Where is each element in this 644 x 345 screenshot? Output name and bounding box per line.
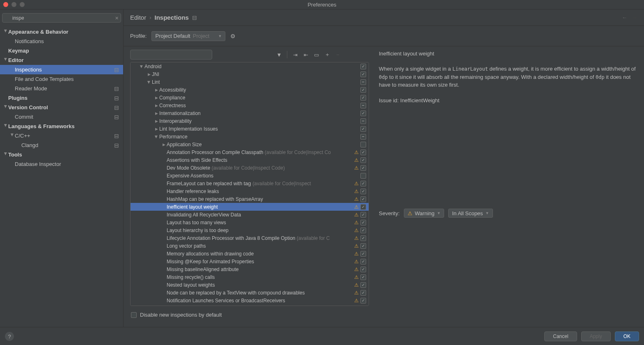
inspection-row[interactable]: Lifecycle Annotation Processor with Java… xyxy=(131,234,369,242)
inspection-checkbox[interactable] xyxy=(360,87,366,93)
inspection-checkbox[interactable] xyxy=(360,228,366,233)
inspection-checkbox[interactable] xyxy=(360,290,366,296)
scope-select[interactable]: In All Scopes ▼ xyxy=(448,209,493,218)
sidebar-item-reader-mode[interactable]: Reader Mode⊟ xyxy=(0,84,123,93)
sidebar-item-editor[interactable]: ▶Editor xyxy=(0,55,123,65)
inspection-checkbox[interactable] xyxy=(360,118,366,124)
inspection-checkbox[interactable] xyxy=(360,298,366,304)
cancel-button[interactable]: Cancel xyxy=(544,331,577,341)
inspection-checkbox[interactable] xyxy=(360,181,366,186)
inspection-checkbox[interactable] xyxy=(360,71,366,77)
inspection-row[interactable]: Layout hierarchy is too deep⚠ xyxy=(131,226,369,234)
inspection-row[interactable]: Missing recycle() calls⚠ xyxy=(131,273,369,281)
sidebar-item-notifications[interactable]: Notifications xyxy=(0,37,123,46)
inspection-row[interactable]: Annotation Processor on Compile Classpat… xyxy=(131,148,369,156)
sidebar-item-clangd[interactable]: Clangd⊟ xyxy=(0,140,123,150)
severity-select[interactable]: ⚠ Warning ▼ xyxy=(404,209,445,218)
inspection-row[interactable]: FrameLayout can be replaced with tag (av… xyxy=(131,179,369,187)
inspection-row[interactable]: Layout has too many views⚠ xyxy=(131,218,369,226)
inspection-row[interactable]: ▶JNI xyxy=(131,70,369,78)
inspection-checkbox[interactable] xyxy=(360,282,366,288)
clear-search-icon[interactable]: ✕ xyxy=(115,15,119,21)
inspection-checkbox[interactable] xyxy=(360,110,366,116)
remove-icon[interactable]: − xyxy=(333,50,342,59)
inspection-row[interactable]: ▶Accessibility xyxy=(131,86,369,94)
inspection-checkbox[interactable] xyxy=(360,220,366,225)
inspection-row[interactable]: ▶Android xyxy=(131,62,369,70)
tree-view-icon[interactable]: ▭ xyxy=(312,50,321,59)
inspection-row[interactable]: Invalidating All RecyclerView Data⚠ xyxy=(131,211,369,218)
inspection-row[interactable]: ▶Performance xyxy=(131,133,369,140)
expand-all-icon[interactable]: ⇥ xyxy=(291,50,300,59)
inspection-checkbox[interactable] xyxy=(360,267,366,272)
apply-button[interactable]: Apply xyxy=(581,331,611,341)
collapse-all-icon[interactable]: ⇤ xyxy=(301,50,310,59)
inspection-checkbox[interactable] xyxy=(360,150,366,155)
inspection-row[interactable]: Missing @Keep for Animated Properties⚠ xyxy=(131,258,369,265)
inspection-row[interactable]: ▶Application Size xyxy=(131,140,369,148)
inspection-checkbox[interactable] xyxy=(360,235,366,241)
sidebar-item-c-c-[interactable]: ▶C/C++⊟ xyxy=(0,131,123,140)
inspection-row[interactable]: Notification Launches Services or Broadc… xyxy=(131,297,369,304)
sidebar-item-plugins[interactable]: Plugins⊟ xyxy=(0,93,123,103)
inspection-checkbox[interactable] xyxy=(360,251,366,257)
gear-icon[interactable]: ⚙ xyxy=(230,33,236,39)
inspection-checkbox[interactable] xyxy=(360,126,366,132)
inspection-row[interactable]: ▶Compliance xyxy=(131,94,369,101)
inspection-row[interactable]: ▶Lint xyxy=(131,78,369,86)
close-window-button[interactable] xyxy=(3,2,8,7)
ok-button[interactable]: OK xyxy=(615,331,639,341)
sidebar-item-tools[interactable]: ▶Tools xyxy=(0,150,123,159)
inspection-row[interactable]: ▶Interoperability xyxy=(131,117,369,125)
inspection-checkbox[interactable] xyxy=(360,259,366,264)
help-icon[interactable]: ? xyxy=(5,332,14,341)
inspection-checkbox[interactable] xyxy=(360,196,366,202)
filter-icon[interactable]: ▼ xyxy=(275,50,284,59)
inspection-row[interactable]: Inefficient layout weight⚠ xyxy=(131,203,369,211)
nav-forward-icon[interactable]: → xyxy=(632,14,637,21)
add-icon[interactable]: ＋ xyxy=(323,50,332,59)
inspection-checkbox[interactable] xyxy=(360,274,366,280)
nav-back-icon[interactable]: ← xyxy=(622,14,627,21)
inspection-checkbox[interactable] xyxy=(360,165,366,171)
minimize-window-button[interactable] xyxy=(11,2,16,7)
inspection-row[interactable]: Expensive Assertions xyxy=(131,172,369,179)
inspection-row[interactable]: Long vector paths⚠ xyxy=(131,242,369,250)
sidebar-item-appearance-behavior[interactable]: ▶Appearance & Behavior xyxy=(0,27,123,37)
inspection-checkbox[interactable] xyxy=(360,142,366,147)
sidebar-item-database-inspector[interactable]: Database Inspector xyxy=(0,159,123,169)
inspection-checkbox[interactable] xyxy=(360,243,366,249)
inspection-row[interactable]: Missing baselineAligned attribute⚠ xyxy=(131,265,369,273)
inspection-row[interactable]: ▶Correctness xyxy=(131,101,369,109)
inspection-row[interactable]: Dev Mode Obsolete (available for Code|In… xyxy=(131,164,369,172)
sidebar-item-keymap[interactable]: Keymap xyxy=(0,46,123,55)
inspections-search-input[interactable] xyxy=(130,50,212,60)
sidebar-item-version-control[interactable]: ▶Version Control⊟ xyxy=(0,103,123,112)
inspection-row[interactable]: HashMap can be replaced with SparseArray… xyxy=(131,195,369,203)
inspection-checkbox[interactable] xyxy=(360,95,366,101)
inspection-row[interactable]: Node can be replaced by a TextView with … xyxy=(131,289,369,297)
sidebar-item-commit[interactable]: Commit⊟ xyxy=(0,112,123,122)
inspection-row[interactable]: Nested layout weights⚠ xyxy=(131,281,369,289)
maximize-window-button[interactable] xyxy=(20,2,25,7)
sidebar-search-input[interactable] xyxy=(2,13,121,23)
inspection-checkbox[interactable] xyxy=(360,64,366,69)
inspection-row[interactable]: Handler reference leaks⚠ xyxy=(131,187,369,195)
inspection-row[interactable]: Assertions with Side Effects⚠ xyxy=(131,156,369,164)
inspection-checkbox[interactable] xyxy=(360,173,366,179)
sidebar-item-inspections[interactable]: Inspections⊟ xyxy=(0,65,123,74)
inspection-checkbox[interactable] xyxy=(360,212,366,218)
inspection-checkbox[interactable] xyxy=(360,189,366,194)
profile-select[interactable]: Project Default Project ▼ xyxy=(151,31,225,41)
inspection-checkbox[interactable] xyxy=(360,103,366,108)
inspection-row[interactable]: ▶Internationalization xyxy=(131,109,369,117)
disable-new-checkbox[interactable] xyxy=(131,312,137,318)
inspection-row[interactable]: Memory allocations within drawing code⚠ xyxy=(131,250,369,258)
inspection-checkbox[interactable] xyxy=(360,157,366,163)
sidebar-item-languages-frameworks[interactable]: ▶Languages & Frameworks xyxy=(0,122,123,131)
inspections-tree[interactable]: ▶Android▶JNI▶Lint▶Accessibility▶Complian… xyxy=(131,62,369,306)
inspection-checkbox[interactable] xyxy=(360,79,366,85)
inspection-checkbox[interactable] xyxy=(360,134,366,140)
inspection-checkbox[interactable] xyxy=(360,204,366,210)
sidebar-item-file-and-code-templates[interactable]: File and Code Templates xyxy=(0,74,123,84)
